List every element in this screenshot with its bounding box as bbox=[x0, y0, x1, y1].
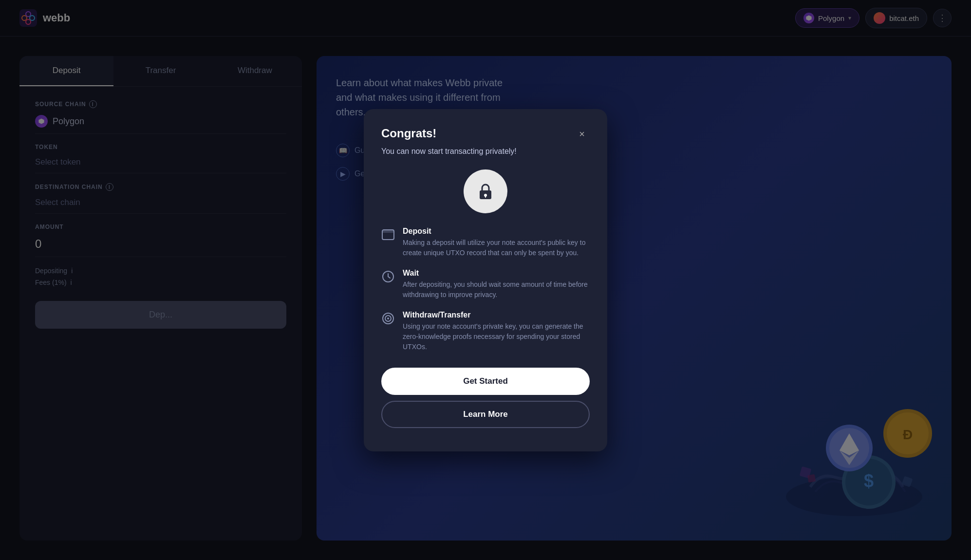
step-withdraw: Withdraw/Transfer Using your note accoun… bbox=[381, 311, 590, 352]
modal-close-button[interactable]: × bbox=[574, 127, 590, 142]
step-withdraw-desc: Using your note account's private key, y… bbox=[403, 321, 590, 352]
step-wait-content: Wait After depositing, you should wait s… bbox=[403, 269, 590, 300]
step-deposit: Deposit Making a deposit will utilize yo… bbox=[381, 227, 590, 258]
modal-overlay: Congrats! × You can now start transactin… bbox=[0, 0, 971, 560]
lock-icon-container bbox=[381, 169, 590, 213]
learn-more-button[interactable]: Learn More bbox=[381, 401, 590, 428]
step-deposit-desc: Making a deposit will utilize your note … bbox=[403, 238, 590, 258]
deposit-step-icon bbox=[381, 228, 395, 242]
step-deposit-content: Deposit Making a deposit will utilize yo… bbox=[403, 227, 590, 258]
modal-subtitle: You can now start transacting privately! bbox=[381, 147, 590, 156]
svg-rect-23 bbox=[382, 230, 394, 233]
modal-header: Congrats! × bbox=[381, 127, 590, 142]
withdraw-step-icon bbox=[381, 312, 395, 325]
modal-title: Congrats! bbox=[381, 127, 436, 140]
lock-circle bbox=[464, 169, 507, 213]
svg-point-27 bbox=[387, 317, 389, 319]
step-wait-desc: After depositing, you should wait some a… bbox=[403, 280, 590, 300]
step-withdraw-content: Withdraw/Transfer Using your note accoun… bbox=[403, 311, 590, 352]
modal-steps: Deposit Making a deposit will utilize yo… bbox=[381, 227, 590, 352]
step-withdraw-title: Withdraw/Transfer bbox=[403, 311, 590, 319]
congrats-modal: Congrats! × You can now start transactin… bbox=[364, 109, 607, 451]
wait-step-icon bbox=[381, 270, 395, 283]
get-started-button[interactable]: Get Started bbox=[381, 368, 590, 395]
lock-icon bbox=[475, 181, 496, 202]
svg-rect-21 bbox=[485, 195, 486, 198]
step-wait-title: Wait bbox=[403, 269, 590, 278]
step-wait: Wait After depositing, you should wait s… bbox=[381, 269, 590, 300]
step-deposit-title: Deposit bbox=[403, 227, 590, 236]
